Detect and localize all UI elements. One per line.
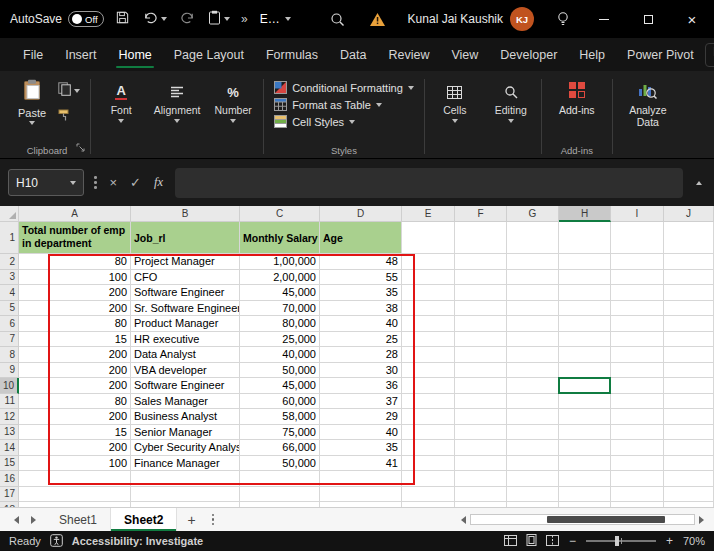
formula-input[interactable] — [175, 168, 683, 198]
cell-i6[interactable] — [611, 316, 664, 332]
cell-d6[interactable]: 40 — [320, 316, 402, 332]
ribbon-group-number[interactable]: %Number — [205, 74, 261, 158]
cell-h3[interactable] — [559, 270, 611, 286]
cell-h10[interactable] — [559, 378, 611, 394]
cell-d17[interactable] — [320, 487, 402, 503]
cell-a16[interactable] — [19, 471, 131, 487]
sheet-nav-right-icon[interactable] — [25, 508, 42, 531]
row-header-4[interactable]: 4 — [0, 285, 19, 301]
cell-h12[interactable] — [559, 409, 611, 425]
cell-c11[interactable]: 60,000 — [240, 394, 320, 410]
tab-help[interactable]: Help — [568, 38, 616, 71]
column-header-a[interactable]: A — [19, 206, 131, 222]
cell-j4[interactable] — [664, 285, 714, 301]
tab-insert[interactable]: Insert — [54, 38, 107, 71]
row-header-10[interactable]: 10 — [0, 378, 19, 394]
tab-data[interactable]: Data — [329, 38, 377, 71]
cell-j2[interactable] — [664, 254, 714, 270]
formula-bar-expand-icon[interactable] — [696, 181, 702, 185]
cell-a3[interactable]: 100 — [19, 270, 131, 286]
cell-d3[interactable]: 55 — [320, 270, 402, 286]
cell-f8[interactable] — [455, 347, 507, 363]
cell-e8[interactable] — [402, 347, 455, 363]
cell-i7[interactable] — [611, 332, 664, 348]
cell-j5[interactable] — [664, 301, 714, 317]
cell-f14[interactable] — [455, 440, 507, 456]
cell-a9[interactable]: 200 — [19, 363, 131, 379]
sheet-tab-sheet1[interactable]: Sheet1 — [46, 508, 111, 531]
cell-b1[interactable]: Job_rl — [131, 222, 240, 254]
save-button[interactable] — [113, 8, 132, 30]
cell-c5[interactable]: 70,000 — [240, 301, 320, 317]
cell-h18[interactable] — [559, 502, 611, 507]
ribbon-group-font[interactable]: AFont — [93, 74, 149, 158]
cell-c3[interactable]: 2,00,000 — [240, 270, 320, 286]
cell-i13[interactable] — [611, 425, 664, 441]
zoom-slider[interactable] — [586, 540, 656, 542]
cell-f13[interactable] — [455, 425, 507, 441]
cell-h1[interactable] — [559, 222, 611, 254]
sheet-tab-sheet2[interactable]: Sheet2 — [111, 508, 177, 531]
maximize-button[interactable] — [626, 0, 670, 38]
cell-g10[interactable] — [507, 378, 559, 394]
tab-power-pivot[interactable]: Power Pivot — [616, 38, 705, 71]
cell-a4[interactable]: 200 — [19, 285, 131, 301]
cell-e2[interactable] — [402, 254, 455, 270]
cell-j1[interactable] — [664, 222, 714, 254]
cell-f12[interactable] — [455, 409, 507, 425]
cell-g17[interactable] — [507, 487, 559, 503]
tab-developer[interactable]: Developer — [489, 38, 568, 71]
horizontal-scrollbar[interactable] — [470, 514, 695, 525]
cell-g11[interactable] — [507, 394, 559, 410]
zoom-thumb[interactable] — [615, 536, 619, 546]
row-header-16[interactable]: 16 — [0, 471, 19, 487]
cell-j14[interactable] — [664, 440, 714, 456]
row-header-13[interactable]: 13 — [0, 425, 19, 441]
cell-g18[interactable] — [507, 502, 559, 507]
cell-b4[interactable]: Software Engineer — [131, 285, 240, 301]
cell-j6[interactable] — [664, 316, 714, 332]
cell-b5[interactable]: Sr. Software Engineer — [131, 301, 240, 317]
ribbon-group-editing[interactable]: Editing — [483, 74, 539, 158]
cell-d18[interactable] — [320, 502, 402, 507]
cell-g8[interactable] — [507, 347, 559, 363]
cell-a18[interactable] — [19, 502, 131, 507]
cell-e4[interactable] — [402, 285, 455, 301]
addins-button[interactable]: Add-ins — [548, 74, 606, 116]
cell-c6[interactable]: 80,000 — [240, 316, 320, 332]
cell-f2[interactable] — [455, 254, 507, 270]
row-header-17[interactable]: 17 — [0, 487, 19, 503]
cell-c7[interactable]: 25,000 — [240, 332, 320, 348]
cell-i12[interactable] — [611, 409, 664, 425]
cell-b14[interactable]: Cyber Security Analyst — [131, 440, 240, 456]
sheet-nav-left-icon[interactable] — [8, 508, 25, 531]
cell-i9[interactable] — [611, 363, 664, 379]
cell-i8[interactable] — [611, 347, 664, 363]
comments-button[interactable] — [705, 43, 714, 67]
row-header-15[interactable]: 15 — [0, 456, 19, 472]
cell-d7[interactable]: 25 — [320, 332, 402, 348]
close-button[interactable]: × — [670, 0, 714, 38]
column-header-h[interactable]: H — [559, 206, 611, 222]
cell-j9[interactable] — [664, 363, 714, 379]
cell-i5[interactable] — [611, 301, 664, 317]
cell-j16[interactable] — [664, 471, 714, 487]
cell-f17[interactable] — [455, 487, 507, 503]
cell-g5[interactable] — [507, 301, 559, 317]
cell-d15[interactable]: 41 — [320, 456, 402, 472]
format-painter-button[interactable] — [58, 108, 71, 126]
row-header-9[interactable]: 9 — [0, 363, 19, 379]
cell-b6[interactable]: Product Manager — [131, 316, 240, 332]
cell-h5[interactable] — [559, 301, 611, 317]
cell-h16[interactable] — [559, 471, 611, 487]
formula-bar-options-icon[interactable] — [91, 176, 100, 189]
cell-e13[interactable] — [402, 425, 455, 441]
cell-j17[interactable] — [664, 487, 714, 503]
conditional-formatting-button[interactable]: Conditional Formatting — [274, 81, 414, 94]
cell-h15[interactable] — [559, 456, 611, 472]
enter-icon[interactable]: ✓ — [127, 175, 144, 190]
column-header-f[interactable]: F — [455, 206, 507, 222]
cell-b11[interactable]: Sales Manager — [131, 394, 240, 410]
cell-f11[interactable] — [455, 394, 507, 410]
cell-a2[interactable]: 80 — [19, 254, 131, 270]
